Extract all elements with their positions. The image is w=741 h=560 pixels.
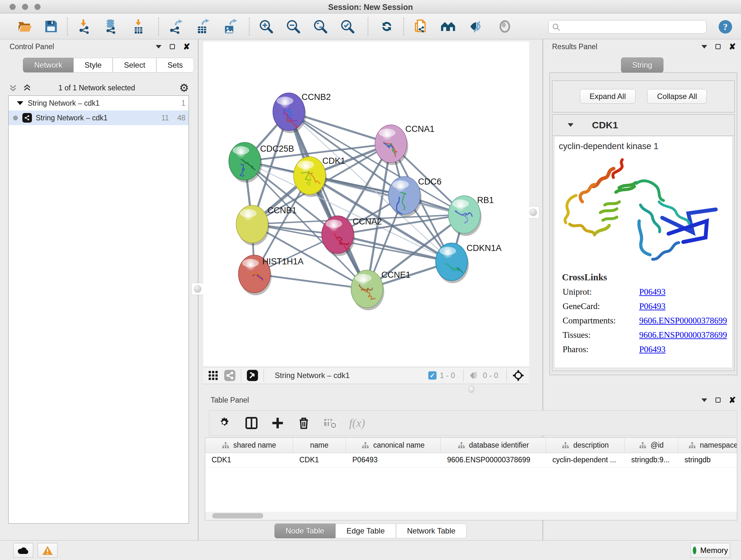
- hide-selected-button[interactable]: [468, 18, 484, 35]
- expand-all-button[interactable]: Expand All: [580, 89, 636, 104]
- show-all-button[interactable]: [496, 18, 513, 35]
- warnings-button[interactable]: [38, 543, 57, 558]
- expand-all-icon[interactable]: [22, 83, 32, 92]
- crosslink-value-link[interactable]: P06493: [639, 301, 666, 311]
- open-session-button[interactable]: [17, 18, 33, 35]
- grid-view-icon[interactable]: [208, 370, 219, 381]
- gene-section-body: cyclin-dependent kinase 1: [554, 136, 733, 368]
- panel-close-icon[interactable]: ✘: [729, 397, 736, 402]
- crosshair-icon[interactable]: [512, 369, 525, 382]
- tab-select[interactable]: Select: [113, 58, 156, 72]
- left-splitter-handle[interactable]: [192, 283, 204, 295]
- export-network-button[interactable]: [167, 18, 184, 35]
- gear-icon[interactable]: ⚙: [179, 81, 189, 94]
- collapse-all-icon[interactable]: [8, 83, 18, 92]
- first-neighbors-button[interactable]: [440, 18, 456, 35]
- import-table-from-file-button[interactable]: [130, 18, 147, 35]
- create-column-icon[interactable]: [271, 416, 285, 430]
- memory-button[interactable]: Memory: [690, 543, 730, 558]
- network-node-ccne1[interactable]: CCNE1: [351, 270, 411, 310]
- network-node-rb1[interactable]: RB1: [448, 195, 494, 236]
- tab-network[interactable]: Network: [23, 58, 73, 72]
- panel-float-icon[interactable]: [170, 44, 175, 49]
- column-header-canonical-name[interactable]: canonical name: [346, 438, 441, 453]
- table-cell[interactable]: 9606.ENSP00000378699: [441, 453, 546, 468]
- collapse-all-button[interactable]: Collapse All: [647, 89, 707, 104]
- panel-float-icon[interactable]: [716, 44, 721, 49]
- table-cell[interactable]: CDK1: [293, 453, 346, 468]
- crosslink-value-link[interactable]: P06493: [639, 287, 666, 297]
- zoom-in-button[interactable]: [258, 18, 274, 35]
- column-header-description[interactable]: description: [546, 438, 625, 453]
- column-header-namespace[interactable]: namespace: [678, 438, 737, 453]
- export-image-button[interactable]: [221, 18, 238, 35]
- network-node-cdkn1a[interactable]: CDKN1A: [435, 243, 502, 283]
- show-columns-icon[interactable]: [245, 416, 259, 430]
- import-network-from-database-button[interactable]: [103, 18, 119, 35]
- panel-close-icon[interactable]: ✘: [183, 44, 190, 49]
- table-cell[interactable]: P06493: [346, 453, 441, 468]
- tab-sets[interactable]: Sets: [156, 58, 194, 72]
- network-node-ccnb2[interactable]: CCNB2: [273, 92, 331, 133]
- delete-column-icon[interactable]: [297, 416, 311, 430]
- network-collection-row[interactable]: String Network – cdk1 1: [9, 96, 189, 111]
- network-node-cdc25b[interactable]: CDC25B: [229, 142, 294, 183]
- tab-edge-table[interactable]: Edge Table: [335, 523, 396, 538]
- column-header--id[interactable]: @id: [625, 438, 678, 453]
- import-network-from-file-button[interactable]: [76, 18, 92, 35]
- delete-table-icon[interactable]: [323, 416, 337, 430]
- network-graph[interactable]: CCNB2CCNA1CDC25BCDK1CDC6RB1CCNB1CCNA2CDK…: [203, 42, 529, 367]
- panel-menu-icon[interactable]: [156, 45, 161, 49]
- table-cell[interactable]: CDK1: [205, 453, 293, 468]
- search-input[interactable]: [562, 21, 703, 32]
- column-header-name[interactable]: name: [293, 438, 346, 453]
- tab-network-table[interactable]: Network Table: [396, 523, 467, 538]
- table-row[interactable]: CDK1CDK1P064939606.ENSP00000378699cyclin…: [205, 453, 737, 468]
- tab-string[interactable]: String: [621, 57, 664, 73]
- network-item-row[interactable]: String Network – cdk1 11 48: [9, 111, 189, 125]
- network-canvas[interactable]: CCNB2CCNA1CDC25BCDK1CDC6RB1CCNB1CCNA2CDK…: [203, 42, 529, 367]
- gene-section-header[interactable]: CDK1: [552, 115, 734, 136]
- crosslink-value-link[interactable]: 9606.ENSP00000378699: [639, 316, 727, 326]
- zoom-fit-button[interactable]: [312, 18, 329, 35]
- apply-layout-button[interactable]: [379, 18, 395, 35]
- panel-menu-icon[interactable]: [701, 398, 707, 402]
- function-builder-icon[interactable]: f(x): [349, 416, 365, 430]
- birdseye-toggle-icon[interactable]: [246, 369, 259, 381]
- selected-checkbox[interactable]: ✓: [428, 371, 436, 380]
- horizontal-splitter-handle[interactable]: [468, 386, 474, 393]
- column-header-database-identifier[interactable]: database identifier: [441, 438, 546, 453]
- crosslink-value-link[interactable]: 9606.ENSP00000378699: [639, 330, 727, 340]
- new-network-from-selection-button[interactable]: [412, 18, 429, 35]
- network-node-ccna1[interactable]: CCNA1: [375, 124, 434, 165]
- network-status-dot: [13, 116, 18, 120]
- refresh-layout-icon: [379, 19, 394, 34]
- table-cell[interactable]: stringdb: [678, 453, 737, 468]
- export-table-button[interactable]: [194, 18, 211, 35]
- column-header-shared-name[interactable]: shared name: [205, 438, 293, 453]
- crosslink-value-link[interactable]: P06493: [639, 345, 666, 354]
- collection-expander-icon[interactable]: [17, 101, 23, 105]
- help-button[interactable]: ?: [718, 19, 733, 35]
- network-node-cdk1[interactable]: CDK1: [293, 156, 345, 197]
- save-session-button[interactable]: [43, 18, 59, 35]
- cloud-button[interactable]: [13, 543, 33, 558]
- zoom-out-button[interactable]: [285, 18, 301, 35]
- column-settings-icon[interactable]: [218, 416, 232, 430]
- panel-close-icon[interactable]: ✘: [729, 44, 736, 49]
- table-cell[interactable]: stringdb:9...: [625, 453, 678, 468]
- horizontal-scrollbar[interactable]: [205, 512, 737, 520]
- panel-menu-icon[interactable]: [701, 45, 707, 49]
- tab-style[interactable]: Style: [73, 58, 113, 72]
- tab-node-table[interactable]: Node Table: [274, 523, 335, 538]
- node-label-cdc6: CDC6: [418, 177, 442, 186]
- status-bar: Memory: [0, 540, 741, 560]
- scrollbar-thumb[interactable]: [212, 513, 263, 518]
- section-expander-icon[interactable]: [568, 123, 574, 127]
- table-cell[interactable]: cyclin-dependent ...: [546, 453, 625, 468]
- share-view-icon[interactable]: [224, 369, 236, 381]
- network-node-hist1h1a[interactable]: HIST1H1A: [239, 255, 304, 295]
- zoom-selected-button[interactable]: [339, 18, 356, 35]
- hidden-eye-icon[interactable]: [469, 370, 480, 381]
- panel-float-icon[interactable]: [716, 397, 721, 402]
